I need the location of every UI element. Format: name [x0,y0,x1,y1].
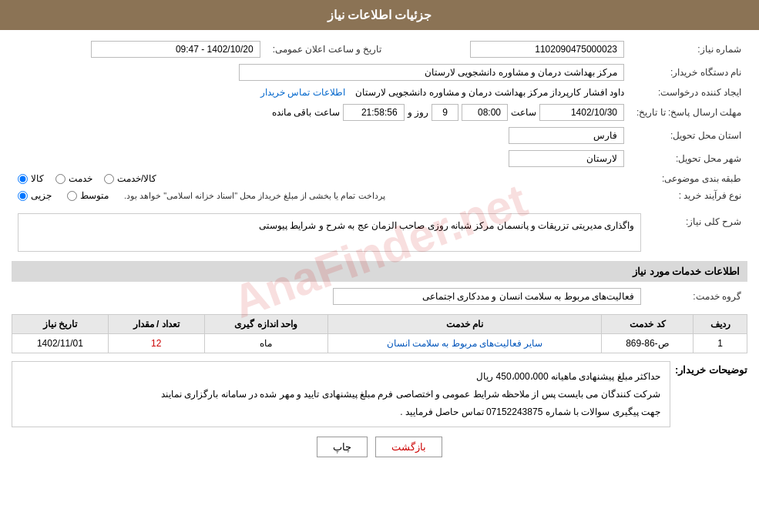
cell-date: 1402/11/01 [12,334,109,353]
creator-label: ایجاد کننده درخواست: [630,84,747,101]
buyer-notes-label: توضیحات خریدار: [670,361,747,376]
city-cell: لارستان [12,147,630,170]
date-label: تاریخ و ساعت اعلان عمومی: [267,38,398,61]
radio-mottaset-label: متوسط [80,190,109,201]
col-name: نام خدمت [327,315,602,334]
response-days-value: 9 [432,104,458,121]
contact-link[interactable]: اطلاعات تماس خریدار [260,87,345,98]
buyer-org-value: مرکز بهداشت درمان و مشاوره دانشجویی لارس… [239,64,624,81]
radio-kala-khedmat-label: کالا/خدمت [117,173,156,184]
need-number-label: شماره نیاز: [630,38,747,61]
buyer-org-cell: مرکز بهداشت درمان و مشاوره دانشجویی لارس… [12,61,630,84]
service-group-cell: فعالیت‌های مربوط به سلامت انسان و مددکار… [12,285,647,308]
response-time-value: 08:00 [462,104,508,121]
buttons-row: بازگشت چاپ [12,437,747,457]
service-group-value: فعالیت‌های مربوط به سلامت انسان و مددکار… [333,288,641,305]
response-date-label: مهلت ارسال پاسخ: تا تاریخ: [630,101,747,124]
date-value: 1402/10/20 - 09:47 [91,41,260,58]
cell-name: سایر فعالیت‌های مربوط به سلامت انسان [327,334,602,353]
city-label: شهر محل تحویل: [630,147,747,170]
buyer-notes-content: حداکثر مبلغ پیشنهادی ماهیانه 450،000،000… [12,361,670,427]
category-label: طبقه بندی موضوعی: [630,170,747,187]
service-group-table: گروه خدمت: فعالیت‌های مربوط به سلامت انس… [12,285,747,308]
response-remaining-value: 21:58:56 [343,104,405,121]
response-date-cell: 1402/10/30 ساعت 08:00 9 روز و 21:58:56 س… [12,101,630,124]
col-unit: واحد اندازه گیری [204,315,327,334]
cell-row: 1 [694,334,747,353]
info-table: شماره نیاز: 1102090475000023 تاریخ و ساع… [12,38,747,204]
radio-khedmat-label: خدمت [69,173,92,184]
radio-mottaset[interactable] [67,191,77,201]
cell-code: ص-86-869 [602,334,694,353]
process-label: نوع فرآیند خرید : [630,187,747,204]
buyer-notes-line1: حداکثر مبلغ پیشنهادی ماهیانه 450،000،000… [22,368,660,386]
page-header: جزئیات اطلاعات نیاز [0,0,759,30]
cell-qty: 12 [108,334,204,353]
radio-mottaset-item[interactable]: متوسط [67,190,109,201]
col-row: ردیف [694,315,747,334]
radio-jozi-label: جزیی [31,190,52,201]
response-unit-label: روز و [408,107,428,118]
need-desc-cell: واگذاری مدیریتی تزریقات و پانسمان مرکز ش… [12,210,647,255]
page-title: جزئیات اطلاعات نیاز [327,8,432,22]
radio-jozi[interactable] [18,191,28,201]
radio-kala-khedmat-item[interactable]: کالا/خدمت [104,173,156,184]
cell-unit: ماه [204,334,327,353]
process-cell: پرداخت تمام یا بخشی از مبلغ خریداز محل "… [12,187,630,204]
need-desc-label: شرح کلی نیاز: [647,210,747,255]
description-table: شرح کلی نیاز: واگذاری مدیریتی تزریقات و … [12,210,747,255]
category-cell: کالا/خدمت خدمت کالا [12,170,630,187]
province-value: فارس [509,127,624,144]
back-button[interactable]: بازگشت [375,437,442,457]
services-data-table: ردیف کد خدمت نام خدمت واحد اندازه گیری ت… [12,314,747,353]
province-cell: فارس [12,124,630,147]
province-label: استان محل تحویل: [630,124,747,147]
buyer-org-label: نام دستگاه خریدار: [630,61,747,84]
city-value: لارستان [509,150,624,167]
table-row: 1 ص-86-869 سایر فعالیت‌های مربوط به سلام… [12,334,747,353]
need-number-cell: 1102090475000023 [397,38,630,61]
buyer-notes-line2: شرکت کنندگان می بایست پس از ملاحظه شرایط… [22,386,660,403]
services-section-title: اطلاعات خدمات مورد نیاز [12,261,747,282]
radio-jozi-item[interactable]: جزیی [18,190,52,201]
radio-kala[interactable] [18,174,28,184]
need-description-value: واگذاری مدیریتی تزریقات و پانسمان مرکز ش… [18,213,641,252]
col-qty: تعداد / مقدار [108,315,204,334]
buyer-notes-row: توضیحات خریدار: حداکثر مبلغ پیشنهادی ماه… [12,361,747,427]
col-date: تاریخ نیاز [12,315,109,334]
buyer-notes-line3: جهت پیگیری سوالات با شماره 07152243875 ت… [22,403,660,421]
radio-khedmat-item[interactable]: خدمت [55,173,92,184]
print-button[interactable]: چاپ [317,437,368,457]
radio-kala-item[interactable]: کالا [18,173,44,184]
date-cell: 1402/10/20 - 09:47 [12,38,267,61]
radio-kala-khedmat[interactable] [104,174,114,184]
process-note: پرداخت تمام یا بخشی از مبلغ خریداز محل "… [124,191,385,201]
creator-cell: داود افشار کارپرداز مرکز بهداشت درمان و … [12,84,630,101]
col-code: کد خدمت [602,315,694,334]
service-group-label: گروه خدمت: [647,285,747,308]
response-date-value: 1402/10/30 [539,104,624,121]
radio-khedmat[interactable] [55,174,65,184]
creator-value: داود افشار کارپرداز مرکز بهداشت درمان و … [355,87,624,98]
response-remaining-label: ساعت باقی مانده [272,107,340,118]
response-time-label: ساعت [511,107,536,118]
need-number-value: 1102090475000023 [470,41,624,58]
radio-kala-label: کالا [31,173,44,184]
